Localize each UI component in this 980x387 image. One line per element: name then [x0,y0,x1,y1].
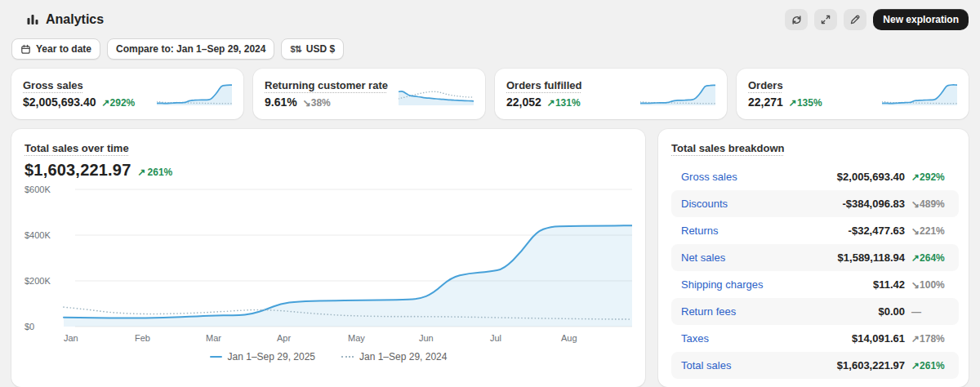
breakdown-row-link[interactable]: Total sales [681,359,731,371]
total-sales-chart-card: Total sales over time $1,603,221.97 ↗261… [11,129,645,387]
metric-value: 22,052 [506,96,541,109]
breakdown-row-returns: Returns-$32,477.63↘221% [671,217,959,244]
breakdown-row-value: $2,005,693.40 [837,171,905,183]
total-sales-breakdown-card: Total sales breakdown Gross sales$2,005,… [658,129,969,387]
total-sales-line-chart: $600K$400K$200K$0JanFebMarAprMayJunJulAu… [24,181,632,345]
metric-card-gross-sales: Gross sales$2,005,693.40↗292% [11,69,243,119]
breakdown-row-value: $11.42 [873,278,905,291]
breakdown-title[interactable]: Total sales breakdown [671,142,784,154]
sparkline-chart [157,82,232,106]
metric-label[interactable]: Orders fulfilled [506,79,581,91]
metric-change: ↗292% [102,97,136,109]
breakdown-row-value: -$32,477.63 [849,225,905,237]
breakdown-row-link[interactable]: Net sales [681,251,725,264]
expand-button[interactable] [814,9,837,30]
pencil-icon [849,14,861,25]
topbar: Analytics New exploration [11,8,969,31]
legend-item-comparison[interactable]: Jan 1–Sep 29, 2024 [341,351,447,363]
metric-change: ↗131% [547,97,581,109]
breakdown-row-change: ↘489% [911,198,949,210]
breakdown-row-change: ↘100% [911,279,949,291]
breakdown-row-change: ↘221% [911,225,949,237]
metric-change: ↘38% [303,97,331,109]
chart-title[interactable]: Total sales over time [24,142,129,154]
y-axis-tick: $200K [24,276,51,286]
x-axis-tick: Feb [135,333,150,343]
breakdown-row-link[interactable]: Return fees [681,305,736,318]
metric-card-returning-customer-rate: Returning customer rate9.61%↘38% [253,69,485,119]
legend-label: Jan 1–Sep 29, 2025 [228,351,315,363]
main-content: Total sales over time $1,603,221.97 ↗261… [11,129,969,387]
breakdown-row-net-sales: Net sales$1,589,118.94↗264% [671,244,959,271]
y-axis-tick: $600K [24,185,51,194]
total-sales-change: ↗261% [138,167,173,178]
metric-value: $2,005,693.40 [23,96,96,109]
legend-label: Jan 1–Sep 29, 2024 [359,351,447,363]
legend-item-current[interactable]: Jan 1–Sep 29, 2025 [210,351,315,363]
expand-icon [820,14,831,25]
trend-up-icon: ↗ [138,167,146,178]
x-axis-tick: Jan [64,333,78,343]
metric-cards: Gross sales$2,005,693.40↗292%Returning c… [11,69,969,119]
sparkline-chart [882,82,957,106]
breakdown-row-change: ↗292% [911,171,949,183]
analytics-bars-icon [26,13,39,26]
metric-card-orders: Orders22,271↗135% [737,69,969,119]
filter-bar: Year to date Compare to: Jan 1–Sep 29, 2… [11,38,969,60]
compare-button[interactable]: Compare to: Jan 1–Sep 29, 2024 [107,38,274,60]
breakdown-row-taxes: Taxes$14,091.61↗178% [671,325,959,352]
compare-label: Compare to: Jan 1–Sep 29, 2024 [116,43,265,55]
breakdown-row-change: ↗261% [911,360,949,371]
refresh-icon [791,14,803,26]
x-axis-tick: Mar [206,333,221,343]
breakdown-row-shipping-charges: Shipping charges$11.42↘100% [671,271,959,298]
currency-label: USD $ [306,43,335,55]
x-axis-tick: Jun [419,333,434,343]
breakdown-row-link[interactable]: Shipping charges [681,278,763,291]
currency-button[interactable]: $⇅ USD $ [281,38,344,60]
refresh-button[interactable] [785,9,808,30]
metric-card-orders-fulfilled: Orders fulfilled22,052↗131% [495,69,727,119]
breakdown-row-value: $14,091.61 [852,332,905,345]
breakdown-row-change: ↗264% [911,252,949,264]
page-title: Analytics [46,12,104,27]
metric-change: ↗135% [789,97,822,109]
x-axis-tick: Jul [490,333,501,343]
breakdown-row-link[interactable]: Returns [681,225,719,237]
solid-line-swatch [210,356,222,358]
breakdown-row-value: $1,589,118.94 [838,251,905,264]
breakdown-row-return-fees: Return fees$0.00— [671,298,959,325]
y-axis-tick: $0 [24,322,34,331]
chart-legend: Jan 1–Sep 29, 2025Jan 1–Sep 29, 2024 [24,351,632,363]
date-range-label: Year to date [36,43,91,55]
breakdown-row-gross-sales: Gross sales$2,005,693.40↗292% [671,163,959,190]
date-range-button[interactable]: Year to date [11,38,100,60]
breakdown-rows: Gross sales$2,005,693.40↗292%Discounts-$… [671,163,959,379]
series-area [64,225,632,327]
metric-label[interactable]: Orders [748,79,783,91]
metric-value: 22,271 [748,96,783,109]
total-sales-value: $1,603,221.97 [24,161,131,180]
x-axis-tick: May [348,333,365,343]
breakdown-row-link[interactable]: Discounts [681,198,728,210]
breakdown-row-link[interactable]: Taxes [681,332,709,345]
breakdown-row-change: ↗178% [911,333,949,345]
currency-convert-icon: $⇅ [290,44,301,55]
breakdown-row-total-sales: Total sales$1,603,221.97↗261% [671,352,959,379]
breakdown-row-link[interactable]: Gross sales [681,171,737,183]
breakdown-row-change: — [911,306,949,318]
x-axis-tick: Apr [277,333,291,343]
metric-label[interactable]: Gross sales [23,79,83,91]
breakdown-row-discounts: Discounts-$384,096.83↘489% [671,190,959,217]
edit-button[interactable] [844,9,866,30]
metric-value: 9.61% [265,96,297,109]
breakdown-row-value: $1,603,221.97 [837,359,905,371]
breakdown-row-value: $0.00 [878,305,905,318]
dotted-line-swatch [341,356,354,358]
calendar-icon [20,44,31,55]
metric-label[interactable]: Returning customer rate [265,79,388,91]
y-axis-tick: $400K [24,230,51,240]
breakdown-row-value: -$384,096.83 [842,198,905,210]
sparkline-chart [640,82,715,106]
new-exploration-button[interactable]: New exploration [873,9,969,30]
